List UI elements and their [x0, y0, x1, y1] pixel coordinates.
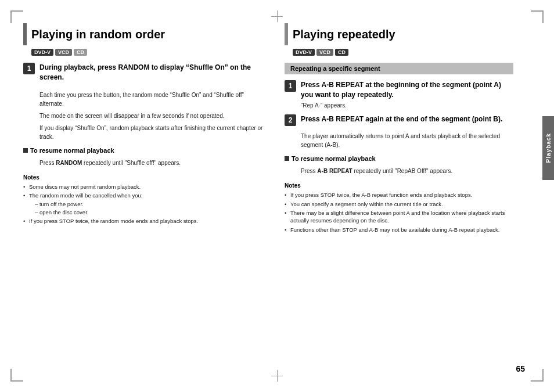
right-badges: DVD-V VCD CD — [293, 49, 513, 56]
right-bullet — [285, 156, 289, 161]
left-notes-title: Notes — [23, 174, 267, 181]
left-resume-heading-container: To resume normal playback — [23, 147, 267, 156]
badge-vcd-left: VCD — [55, 49, 72, 56]
page: Playback 65 Playing in random order DVD-… — [0, 0, 554, 392]
right-step1-number: 1 — [285, 80, 296, 92]
crosshair-bottom — [271, 370, 283, 382]
left-resume-text: Press RANDOM repeatedly until "Shuffle o… — [39, 159, 267, 167]
right-section-header: Playing repeatedly — [285, 23, 513, 45]
left-body2: The mode on the screen will disappear in… — [39, 112, 267, 120]
left-note-3: If you press STOP twice, the random mode… — [23, 217, 267, 225]
badge-vcd-right: VCD — [316, 49, 333, 56]
right-header-bar — [285, 23, 288, 45]
right-notes: Notes If you press STOP twice, the A-B r… — [285, 182, 513, 233]
playback-tab-label: Playback — [545, 133, 552, 163]
playback-tab: Playback — [542, 116, 554, 180]
right-step2-title: Press A-B REPEAT again at the end of the… — [301, 114, 513, 124]
segment-header: Repeating a specific segment — [285, 63, 513, 74]
right-note-4: Functions other than STOP and A-B may no… — [285, 226, 513, 233]
right-step1-title: Press A-B REPEAT at the beginning of the… — [301, 80, 513, 100]
left-section-title: Playing in random order — [31, 28, 165, 41]
left-notes: Notes Some discs may not permit random p… — [23, 174, 267, 225]
corner-mark-tl — [10, 10, 23, 23]
right-resume-text: Press A-B REPEAT repeatedly until "RepAB… — [301, 167, 513, 175]
right-resume-heading: To resume normal playback — [292, 155, 376, 162]
right-note-1: If you press STOP twice, the A-B repeat … — [285, 191, 513, 199]
right-step1: 1 Press A-B REPEAT at the beginning of t… — [285, 80, 513, 109]
left-resume-heading: To resume normal playback — [30, 147, 114, 154]
right-resume-bold: A-B REPEAT — [317, 168, 352, 174]
left-bullet — [23, 148, 28, 153]
badge-dvdv-left: DVD-V — [31, 49, 53, 56]
left-note-1: Some discs may not permit random playbac… — [23, 183, 267, 190]
badge-cd-left: CD — [74, 49, 87, 56]
main-columns: Playing in random order DVD-V VCD CD 1 D… — [23, 23, 531, 235]
corner-mark-tr — [531, 10, 544, 23]
page-number: 65 — [516, 364, 525, 373]
right-step2-content: Press A-B REPEAT again at the end of the… — [301, 114, 513, 127]
left-step1-number: 1 — [23, 63, 35, 74]
right-note-2: You can specify a segment only within th… — [285, 200, 513, 208]
left-note-2a: – turn off the power. — [23, 200, 267, 208]
corner-mark-bl — [10, 369, 23, 382]
left-badges: DVD-V VCD CD — [31, 49, 267, 56]
right-step2-number: 2 — [285, 114, 296, 126]
right-section-title: Playing repeatedly — [293, 28, 395, 41]
right-step1-sub: “Rep A-” appears. — [301, 102, 513, 109]
right-step2: 2 Press A-B REPEAT again at the end of t… — [285, 114, 513, 127]
left-note-2b: – open the disc cover. — [23, 208, 267, 216]
crosshair-top — [271, 10, 283, 22]
left-body3: If you display “Shuffle On”, random play… — [39, 124, 267, 141]
left-header-bar — [23, 23, 27, 45]
right-column: Playing repeatedly DVD-V VCD CD Repeatin… — [285, 23, 531, 235]
right-step2-body: The player automatically returns to poin… — [301, 132, 513, 149]
badge-cd-right: CD — [335, 49, 348, 56]
right-step1-content: Press A-B REPEAT at the beginning of the… — [301, 80, 513, 109]
right-resume-heading-container: To resume normal playback — [285, 155, 513, 164]
left-note-2: The random mode will be cancelled when y… — [23, 192, 267, 199]
left-section-header: Playing in random order — [23, 23, 267, 45]
left-column: Playing in random order DVD-V VCD CD 1 D… — [23, 23, 267, 235]
left-step1-title: During playback, press RANDOM to display… — [39, 63, 267, 82]
left-step1: 1 During playback, press RANDOM to displ… — [23, 63, 267, 85]
corner-mark-br — [531, 369, 544, 382]
left-step1-content: During playback, press RANDOM to display… — [39, 63, 267, 85]
left-resume-bold: RANDOM — [56, 160, 82, 166]
right-note-3: There may be a slight difference between… — [285, 209, 513, 225]
right-notes-title: Notes — [285, 182, 513, 189]
badge-dvdv-right: DVD-V — [293, 49, 315, 56]
left-body1: Each time you press the button, the rand… — [39, 91, 267, 108]
